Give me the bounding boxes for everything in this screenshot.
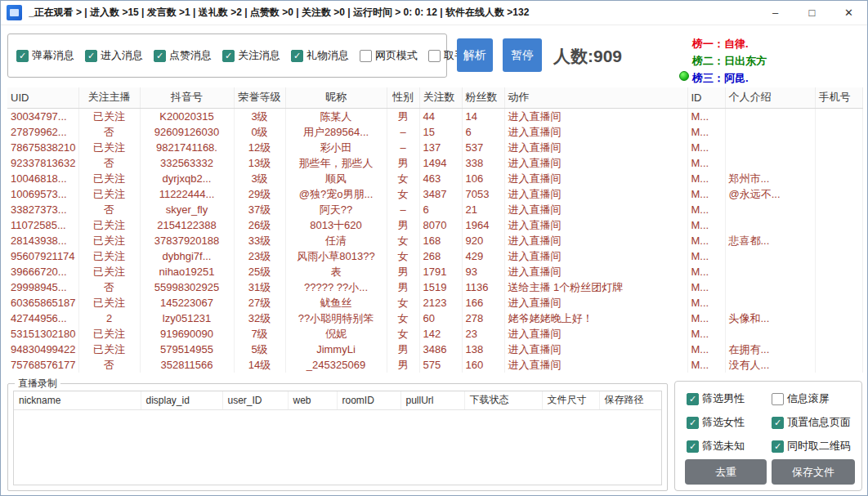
checkbox-label: 顶置信息页面 [787, 415, 851, 430]
column-header-8[interactable]: 动作 [504, 87, 687, 108]
message-filter-checkbox-4[interactable]: ✓礼物消息 [291, 48, 349, 63]
column-header-10[interactable]: 个人介绍 [725, 87, 815, 108]
table-row[interactable]: 33827373...否skyer_fly37级阿天??–621进入直播间M..… [7, 202, 862, 217]
message-filter-checkbox-2[interactable]: ✓点赞消息 [154, 48, 212, 63]
table-row[interactable]: 53151302180已关注9196900907级倪妮女14223进入直播间M.… [7, 326, 862, 342]
cell: nihao19251 [140, 264, 234, 279]
checkbox-label: 筛选女性 [702, 415, 745, 430]
cell: 1494 [419, 155, 462, 171]
column-header-0[interactable]: UID [7, 87, 78, 108]
cell: M... [687, 326, 725, 342]
cell: 已关注 [78, 248, 140, 264]
cell: 那些年，那些人 [285, 155, 387, 171]
cell [815, 171, 862, 186]
cell [725, 140, 815, 155]
table-row[interactable]: 27879962...否926091260300级用户289564...–156… [7, 124, 862, 140]
cell: M... [687, 155, 725, 171]
cell: 进入直播间 [504, 233, 687, 248]
cell: 37837920188 [140, 233, 234, 248]
window-title: _正在观看 > | 进入数 >15 | 发言数 >1 | 送礼数 >2 | 点赞… [29, 6, 757, 20]
column-header-3[interactable]: 荣誉等级 [234, 87, 285, 108]
cell [725, 217, 815, 233]
cell: 进入直播间 [504, 357, 687, 373]
cell: dybhgi7f... [140, 248, 234, 264]
recording-column-header-1[interactable]: display_id [141, 391, 222, 409]
checkbox-unchecked-icon [772, 393, 784, 405]
filter-checkbox-4[interactable]: ✓筛选未知 [687, 439, 772, 454]
filter-checkbox-1[interactable]: 信息滚屏 [772, 391, 858, 406]
recording-column-header-0[interactable]: nickname [14, 391, 141, 409]
filter-checkbox-5[interactable]: ✓同时取二维码 [772, 439, 858, 454]
filter-checkbox-3[interactable]: ✓顶置信息页面 [772, 415, 858, 430]
cell: 3级 [234, 171, 285, 186]
table-row[interactable]: 30034797...已关注K200203153级陈某人男4414进入直播间M.… [7, 108, 862, 124]
status-dot-icon [679, 71, 689, 81]
column-header-7[interactable]: 粉丝数 [462, 87, 504, 108]
table-row[interactable]: 42744956...2lzy05123132级??小聪明特别笨女60278姥爷… [7, 311, 862, 326]
cell: 39666720... [7, 264, 78, 279]
cell: – [387, 124, 419, 140]
checkbox-unchecked-icon [428, 50, 441, 62]
cell: 137 [419, 140, 462, 155]
table-row[interactable]: 78675838210已关注9821741168.12级彩小田–137537进入… [7, 140, 862, 155]
cell: 男 [387, 279, 419, 295]
cell: 919690090 [140, 326, 234, 342]
cell: 郑州市... [725, 171, 815, 186]
message-filter-checkbox-3[interactable]: ✓关注消息 [222, 48, 280, 63]
table-row[interactable]: 75768576177否35281156614级_245325069男57516… [7, 357, 862, 373]
column-header-4[interactable]: 昵称 [285, 87, 387, 108]
recording-column-header-4[interactable]: roomID [337, 391, 400, 409]
table-row[interactable]: 10069573...已关注11222444...29级@独?宠o男朋...女3… [7, 186, 862, 202]
close-icon[interactable]: ✕ [830, 1, 867, 25]
recording-column-header-6[interactable]: 下载状态 [464, 391, 542, 409]
recording-column-header-8[interactable]: 保存路径 [599, 391, 661, 409]
recording-column-header-5[interactable]: pullUrl [400, 391, 464, 409]
cell: 已关注 [78, 342, 140, 357]
column-header-9[interactable]: ID [687, 87, 725, 108]
cell: 0级 [234, 124, 285, 140]
cell: 138 [462, 342, 504, 357]
table-row[interactable]: 92337813632否33256333213级那些年，那些人男1494338进… [7, 155, 862, 171]
viewer-table: UID关注主播抖音号荣誉等级昵称性别关注数粉丝数动作ID个人介绍手机号 3003… [7, 87, 862, 373]
recording-column-header-3[interactable]: web [288, 391, 337, 409]
table-row[interactable]: 39666720...已关注nihao1925125级表男179193进入直播间… [7, 264, 862, 279]
filter-checkbox-0[interactable]: ✓筛选男性 [687, 391, 772, 406]
checkbox-checked-icon: ✓ [85, 50, 97, 62]
table-row[interactable]: 95607921174已关注dybhgi7f...23级风雨小草8013??女2… [7, 248, 862, 264]
column-header-1[interactable]: 关注主播 [78, 87, 140, 108]
cell [725, 326, 815, 342]
save-file-button[interactable]: 保存文件 [772, 459, 855, 485]
filter-checkbox-2[interactable]: ✓筛选女性 [687, 415, 772, 430]
column-header-2[interactable]: 抖音号 [140, 87, 234, 108]
maximize-icon[interactable]: □ [794, 1, 830, 25]
cell [815, 357, 862, 373]
message-filter-checkbox-0[interactable]: ✓弹幕消息 [16, 48, 74, 63]
column-header-6[interactable]: 关注数 [419, 87, 462, 108]
column-header-11[interactable]: 手机号 [815, 87, 862, 108]
cell: M... [687, 217, 725, 233]
cell: 男 [387, 217, 419, 233]
cell: 5级 [234, 342, 285, 357]
minimize-icon[interactable]: – [757, 1, 794, 25]
table-row[interactable]: 11072585...已关注215412238826级8013十620男8070… [7, 217, 862, 233]
message-filter-checkbox-1[interactable]: ✓进入消息 [85, 48, 143, 63]
recording-column-header-2[interactable]: user_ID [222, 391, 288, 409]
checkbox-checked-icon: ✓ [687, 393, 699, 405]
parse-button[interactable]: 解析 [457, 38, 493, 72]
cell [815, 248, 862, 264]
cell [815, 342, 862, 357]
cell: 已关注 [78, 295, 140, 311]
table-row[interactable]: 94830499422已关注5795149555级JimmyLi男3486138… [7, 342, 862, 357]
recording-column-header-7[interactable]: 文件尺寸 [542, 391, 599, 409]
cell: 8013十620 [285, 217, 387, 233]
dedupe-button[interactable]: 去重 [685, 459, 767, 485]
table-row[interactable]: 60365865187已关注14522306727级鱿鱼丝女2123166进入直… [7, 295, 862, 311]
table-row[interactable]: 10046818...已关注dyrjxqb2...3级顺风女463106进入直播… [7, 171, 862, 186]
table-row[interactable]: 29998945...否5599830292531级????? ??小...男1… [7, 279, 862, 295]
cell: 31级 [234, 279, 285, 295]
cell: 在拥有... [725, 342, 815, 357]
pause-button[interactable]: 暂停 [503, 38, 542, 72]
message-filter-checkbox-5[interactable]: 网页模式 [360, 48, 418, 63]
column-header-5[interactable]: 性别 [387, 87, 419, 108]
table-row[interactable]: 28143938...已关注3783792018833级任清女168920进入直… [7, 233, 862, 248]
